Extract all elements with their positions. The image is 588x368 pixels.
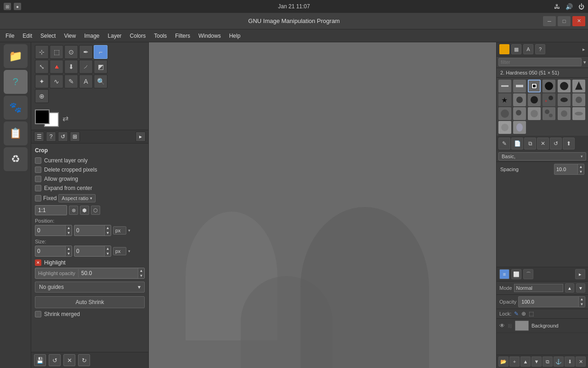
brush-cell-1[interactable] <box>498 80 511 92</box>
aspect-ratio-dropdown[interactable]: Aspect ratio ▾ <box>58 194 96 202</box>
dock-clipboard-icon[interactable]: 📋 <box>4 121 28 145</box>
dock-recycle-icon[interactable]: ♻ <box>4 147 28 171</box>
tool-gradient[interactable]: ⟋ <box>79 60 93 74</box>
size-h-down[interactable]: ▼ <box>104 251 111 256</box>
position-unit-select[interactable]: px mm <box>113 226 126 235</box>
window-controls[interactable]: ─ □ ✕ <box>543 16 585 26</box>
layer-visibility-icon[interactable]: 👁 <box>499 322 505 329</box>
tool-options-expand[interactable]: ▸ <box>136 132 146 142</box>
size-w-input[interactable] <box>35 247 65 256</box>
tool-clone[interactable]: ✦ <box>35 75 49 88</box>
brush-cell-19[interactable] <box>498 121 511 134</box>
layer-opacity-up[interactable]: ▲ <box>578 297 585 302</box>
current-layer-checkbox[interactable] <box>35 157 41 164</box>
brush-cell-3[interactable] <box>528 80 541 92</box>
opacity-up[interactable]: ▲ <box>138 268 144 273</box>
tool-transform[interactable]: ⤡ <box>35 60 49 74</box>
layer-delete-btn[interactable]: ✕ <box>576 356 586 367</box>
mode-prev-btn[interactable]: ▲ <box>565 283 574 293</box>
brush-filter-arrow[interactable]: ▾ <box>583 59 586 65</box>
menu-select[interactable]: Select <box>37 31 59 40</box>
brush-cell-13[interactable] <box>498 107 511 120</box>
save-button[interactable]: 💾 <box>34 354 46 366</box>
brush-cell-18[interactable] <box>572 107 585 120</box>
maximize-button[interactable]: □ <box>558 16 571 26</box>
brush-pattern-icon[interactable]: ▦ <box>511 44 521 54</box>
pos-x-up[interactable]: ▲ <box>65 225 72 230</box>
dock-wilber-icon[interactable]: 🐾 <box>4 96 28 120</box>
ratio-clear-btn[interactable]: ⊗ <box>69 206 78 215</box>
ratio-input[interactable] <box>35 205 67 215</box>
layer-opacity-down[interactable]: ▼ <box>578 302 585 307</box>
brush-edit-btn[interactable]: ✎ <box>498 138 510 150</box>
delete-cropped-checkbox[interactable] <box>35 167 41 173</box>
shrink-merged-checkbox[interactable] <box>35 311 41 317</box>
mode-select[interactable]: Normal Multiply Screen <box>514 284 563 292</box>
tool-measure[interactable]: ✎ <box>64 75 78 88</box>
brush-cell-5[interactable] <box>558 80 571 92</box>
app-menu-icon[interactable]: ⊞ <box>4 3 11 10</box>
opacity-down[interactable]: ▼ <box>138 273 144 278</box>
brush-cell-9[interactable] <box>528 93 541 106</box>
layer-new-from-file-btn[interactable]: 📂 <box>498 356 509 367</box>
dock-files-icon[interactable]: 📁 <box>4 44 28 68</box>
tool-heal[interactable]: 🔺 <box>50 60 63 74</box>
layer-panel-expand[interactable]: ▸ <box>575 269 585 279</box>
brush-cell-10[interactable]: + <box>543 93 555 106</box>
menu-colors[interactable]: Colors <box>126 31 150 40</box>
layer-anchor-btn[interactable]: ⚓ <box>554 356 564 367</box>
tool-paths[interactable]: ✒ <box>79 45 93 59</box>
brush-cell-14[interactable] <box>513 107 526 120</box>
brush-cell-6[interactable] <box>572 80 585 92</box>
spacing-input[interactable] <box>554 166 577 173</box>
brush-panel-expand[interactable]: ▸ <box>582 46 585 52</box>
tool-move[interactable]: ⊹ <box>35 45 49 59</box>
lock-alpha-icon[interactable]: ⬚ <box>529 310 534 317</box>
foreground-swatch[interactable] <box>35 109 50 124</box>
brush-filter-input[interactable] <box>498 58 582 66</box>
brush-cell-4[interactable] <box>543 80 555 92</box>
size-w-down[interactable]: ▼ <box>65 251 72 256</box>
auto-shrink-button[interactable]: Auto Shrink <box>35 296 145 308</box>
tool-lasso[interactable]: ⊙ <box>64 45 78 59</box>
size-h-up[interactable]: ▲ <box>104 246 111 251</box>
menu-file[interactable]: File <box>2 31 18 40</box>
menu-layer[interactable]: Layer <box>104 31 125 40</box>
brush-delete-btn[interactable]: ✕ <box>537 138 549 150</box>
tool-reset-icon[interactable]: ↺ <box>58 132 68 142</box>
brush-cell-15[interactable] <box>528 107 541 120</box>
layer-raise-btn[interactable]: ▲ <box>520 356 531 367</box>
brush-text-icon[interactable]: A <box>523 44 533 54</box>
fixed-checkbox[interactable] <box>35 195 41 201</box>
dock-help-icon[interactable]: ? <box>4 70 28 94</box>
spacing-up[interactable]: ▲ <box>577 164 584 169</box>
brush-duplicate-btn[interactable]: ⧉ <box>524 138 536 150</box>
brush-cell-7[interactable]: ★ <box>498 93 511 106</box>
brush-cell-20[interactable] <box>513 121 526 134</box>
lock-position-icon[interactable]: ⊕ <box>521 310 526 317</box>
menu-edit[interactable]: Edit <box>19 31 36 40</box>
menu-image[interactable]: Image <box>80 31 103 40</box>
brush-new-btn[interactable]: 📄 <box>511 138 523 150</box>
tool-view-icon[interactable]: ⊞ <box>70 132 80 142</box>
menu-view[interactable]: View <box>60 31 79 40</box>
brush-cell-12[interactable] <box>572 93 585 106</box>
brush-export-btn[interactable]: ⬆ <box>563 138 575 150</box>
brush-cell-2[interactable] <box>513 80 526 92</box>
preset-category-dropdown[interactable]: Basic, ▾ <box>498 152 586 161</box>
pos-y-input[interactable] <box>74 226 104 235</box>
tool-dodge[interactable]: ◩ <box>94 60 107 74</box>
delete-button[interactable]: ✕ <box>63 354 75 366</box>
pos-x-down[interactable]: ▼ <box>65 230 72 236</box>
layer-new-btn[interactable]: + <box>509 356 520 367</box>
brush-cell-8[interactable] <box>513 93 526 106</box>
size-unit-select[interactable]: px mm <box>113 247 126 255</box>
tool-zoom[interactable]: 🔍 <box>94 75 107 88</box>
expand-center-checkbox[interactable] <box>35 185 41 191</box>
tool-text[interactable]: A <box>79 75 93 88</box>
close-button[interactable]: ✕ <box>572 16 585 26</box>
minimize-button[interactable]: ─ <box>543 16 556 26</box>
layer-tab-layers[interactable]: ≡ <box>499 269 509 279</box>
spacing-down[interactable]: ▼ <box>577 169 584 174</box>
brush-cell-17[interactable] <box>558 107 571 120</box>
